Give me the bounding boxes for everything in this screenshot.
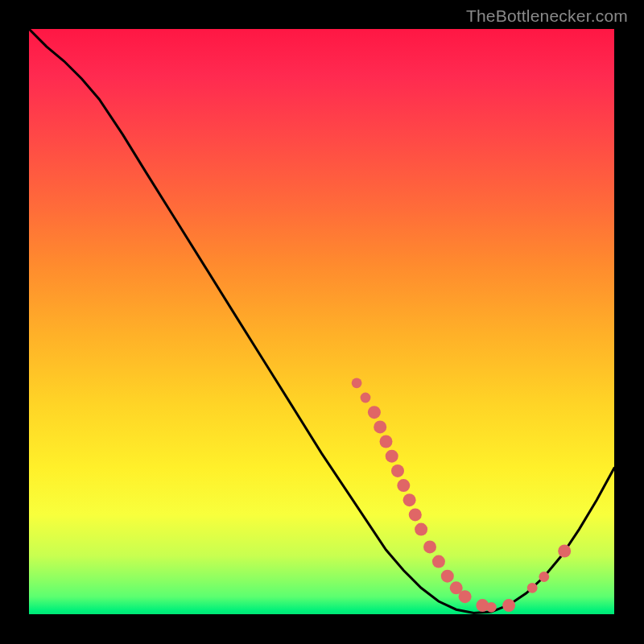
- watermark: TheBottlenecker.com: [466, 6, 628, 26]
- data-dot: [391, 464, 404, 477]
- data-dot: [558, 545, 571, 558]
- bottleneck-curve: [29, 29, 614, 613]
- data-dot: [409, 508, 422, 521]
- curve-layer: [29, 29, 614, 614]
- data-dots: [352, 378, 572, 612]
- data-dot: [380, 436, 393, 448]
- data-dot: [459, 590, 472, 603]
- data-dot: [403, 493, 416, 506]
- data-dot: [486, 602, 497, 613]
- chart-container: TheBottlenecker.com: [0, 0, 644, 644]
- data-dot: [361, 393, 371, 403]
- data-dot: [527, 583, 538, 593]
- data-dot: [432, 555, 445, 568]
- data-dot: [386, 450, 398, 463]
- data-dot: [415, 523, 427, 536]
- data-dot: [423, 540, 436, 553]
- data-dot: [397, 479, 410, 492]
- data-dot: [352, 378, 362, 388]
- data-dot: [368, 406, 381, 419]
- data-dot: [502, 599, 515, 612]
- data-dot: [441, 570, 454, 583]
- data-dot: [374, 420, 386, 433]
- data-dot: [539, 572, 549, 582]
